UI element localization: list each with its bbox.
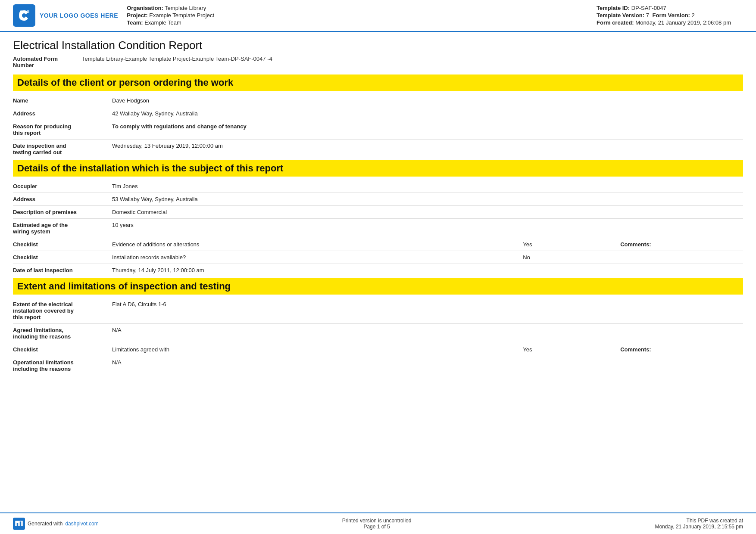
field-value-operational: N/A [108,356,514,376]
field-value-checklist1: Evidence of additions or alterations [108,238,514,251]
table-row: Date of last inspection Thursday, 14 Jul… [13,264,743,277]
footer-right: This PDF was created at Monday, 21 Janua… [655,518,743,530]
field-value-reason: To comply with regulations and change of… [108,120,743,140]
template-version-row: Template Version: 7 Form Version: 2 [597,12,743,19]
org-row: Organisation: Template Library [127,5,588,11]
table-row: Name Dave Hodgson [13,94,743,107]
form-number-value: Template Library-Example Template Projec… [82,56,272,68]
header-right: Template ID: DP-SAF-0047 Template Versio… [597,4,743,27]
team-row: Team: Example Team [127,19,588,26]
checklist1-comments-label: Comments: [616,238,743,251]
header-center: Organisation: Template Library Project: … [127,4,588,27]
form-version-value: 2 [692,12,695,19]
footer-center: Printed version is uncontrolled Page 1 o… [342,518,412,530]
table-row: Reason for producingthis report To compl… [13,120,743,140]
field-label-address: Address [13,107,108,120]
logo-text: YOUR LOGO GOES HERE [40,12,118,19]
field-label-name: Name [13,94,108,107]
field-value-extent: Flat A D6, Circuits 1-6 [108,298,514,324]
template-id-label: Template ID: [597,5,630,11]
pdf-created-label: This PDF was created at [655,518,743,524]
field-value-checklist2: Installation records available? [108,251,514,264]
project-label: Project: [127,12,147,19]
field-label-address-inst: Address [13,193,108,206]
installation-table: Occupier Tim Jones Address 53 Wallaby Wa… [13,180,743,276]
field-label-date-inspection: Date inspection andtesting carried out [13,140,108,159]
page: YOUR LOGO GOES HERE Organisation: Templa… [0,0,756,534]
project-value: Example Template Project [149,12,214,19]
field-label-checklist2: Checklist [13,251,108,264]
field-label-checklist1: Checklist [13,238,108,251]
pdf-created-value: Monday, 21 January 2019, 2:15:55 pm [655,524,743,530]
table-row: Operational limitationsincluding the rea… [13,356,743,376]
doc-title: Electrical Installation Condition Report [13,39,743,52]
org-value: Template Library [165,5,206,11]
section-installation-heading: Details of the installation which is the… [13,160,743,177]
template-id-row: Template ID: DP-SAF-0047 [597,5,743,11]
field-value-premises: Domestic Commercial [108,206,514,219]
field-value-last-inspection: Thursday, 14 July 2011, 12:00:00 am [108,264,514,277]
template-version-label: Template Version: [597,12,644,19]
form-created-row: Form created: Monday, 21 January 2019, 2… [597,19,743,26]
field-value-age: 10 years [108,219,514,238]
table-row: Address 42 Wallaby Way, Sydney, Australi… [13,107,743,120]
form-created-value: Monday, 21 January 2019, 2:06:08 pm [635,19,731,26]
template-version-value: 7 [646,12,649,19]
field-value-date-inspection: Wednesday, 13 February 2019, 12:00:00 am [108,140,743,159]
field-label-operational: Operational limitationsincluding the rea… [13,356,108,376]
table-row: Address 53 Wallaby Way, Sydney, Australi… [13,193,743,206]
client-table: Name Dave Hodgson Address 42 Wallaby Way… [13,94,743,158]
field-value-agreed-lim: N/A [108,324,514,343]
table-row: Agreed limitations,including the reasons… [13,324,743,343]
field-label-premises: Description of premises [13,206,108,219]
section-extent-heading: Extent and limitations of inspection and… [13,278,743,295]
field-label-last-inspection: Date of last inspection [13,264,108,277]
field-value-address: 42 Wallaby Way, Sydney, Australia [108,107,743,120]
table-row: Checklist Evidence of additions or alter… [13,238,743,251]
generated-text: Generated with [28,521,62,527]
table-row: Date inspection andtesting carried out W… [13,140,743,159]
table-row: Checklist Limitations agreed with Yes Co… [13,343,743,356]
checklist2-comments-label [616,251,743,264]
generated-link[interactable]: dashpivot.com [65,521,98,527]
extent-table: Extent of the electricalinstallation cov… [13,298,743,375]
uncontrolled-text: Printed version is uncontrolled [342,518,412,524]
field-label-agreed-lim: Agreed limitations,including the reasons [13,324,108,343]
field-label-extent: Extent of the electricalinstallation cov… [13,298,108,324]
template-id-value: DP-SAF-0047 [631,5,666,11]
form-created-label: Form created: [597,19,634,26]
header: YOUR LOGO GOES HERE Organisation: Templa… [0,0,756,32]
table-row: Checklist Installation records available… [13,251,743,264]
checklist3-yn: Yes [514,343,616,356]
form-number-row: Automated FormNumber Template Library-Ex… [13,56,743,68]
page-number: Page 1 of 5 [342,524,412,530]
field-value-checklist3: Limitations agreed with [108,343,514,356]
checklist2-yn: No [514,251,616,264]
field-value-address-inst: 53 Wallaby Way, Sydney, Australia [108,193,514,206]
checklist3-comments-label: Comments: [616,343,743,356]
team-value: Example Team [144,19,181,26]
org-label: Organisation: [127,5,163,11]
project-row: Project: Example Template Project [127,12,588,19]
field-value-name: Dave Hodgson [108,94,743,107]
section-client-heading: Details of the client or person ordering… [13,75,743,91]
table-row: Extent of the electricalinstallation cov… [13,298,743,324]
logo-icon [13,4,35,27]
field-label-age: Estimated age of thewiring system [13,219,108,238]
checklist1-yn: Yes [514,238,616,251]
field-label-occupier: Occupier [13,180,108,193]
table-row: Estimated age of thewiring system 10 yea… [13,219,743,238]
field-label-checklist3: Checklist [13,343,108,356]
logo-area: YOUR LOGO GOES HERE [13,4,118,27]
logo-svg [17,9,31,22]
team-label: Team: [127,19,143,26]
field-value-occupier: Tim Jones [108,180,514,193]
footer-left: Generated with dashpivot.com [13,518,99,530]
content: Electrical Installation Condition Report… [0,32,756,512]
form-version-label: Form Version: [653,12,690,19]
table-row: Occupier Tim Jones [13,180,743,193]
field-label-reason: Reason for producingthis report [13,120,108,140]
form-number-label: Automated FormNumber [13,56,82,68]
footer-logo-icon [13,518,25,530]
footer: Generated with dashpivot.com Printed ver… [0,512,756,534]
